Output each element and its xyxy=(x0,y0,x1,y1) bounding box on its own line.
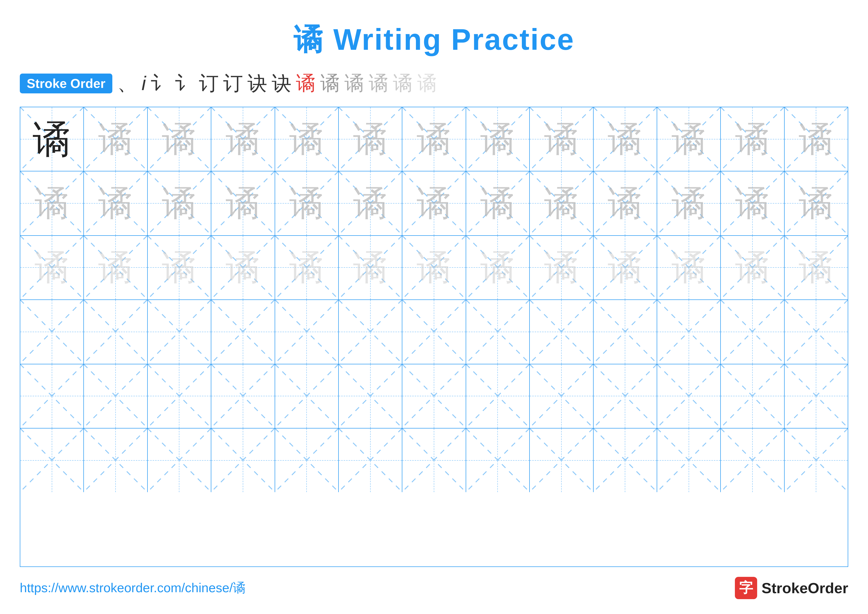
char-lighter: 谲 xyxy=(671,250,706,285)
char-dark: 谲 xyxy=(33,120,71,158)
stroke-order-badge: Stroke Order xyxy=(20,73,112,93)
char-light: 谲 xyxy=(162,122,197,157)
char-light: 谲 xyxy=(98,186,133,221)
char-light: 谲 xyxy=(735,186,770,221)
cell-6-2 xyxy=(84,429,147,492)
cell-1-7: 谲 xyxy=(402,107,466,171)
char-lighter: 谲 xyxy=(162,250,197,285)
cell-1-1: 谲 xyxy=(20,107,84,171)
stroke-3: 讠 xyxy=(150,70,170,97)
cell-5-5 xyxy=(275,364,339,428)
title-text: Writing Practice xyxy=(324,23,575,56)
grid-row-5 xyxy=(20,364,848,429)
cell-5-7 xyxy=(402,364,466,428)
stroke-14: 谲 xyxy=(417,70,437,97)
logo-char: 字 xyxy=(739,578,753,597)
cell-2-9: 谲 xyxy=(530,171,594,235)
cell-2-3: 谲 xyxy=(148,171,211,235)
stroke-4: 讠 xyxy=(175,70,194,97)
cell-3-3: 谲 xyxy=(148,236,211,300)
char-light: 谲 xyxy=(799,186,833,221)
char-lighter: 谲 xyxy=(608,250,642,285)
page: 谲 Writing Practice Stroke Order 、 i 讠 讠 … xyxy=(0,0,868,614)
grid-row-4 xyxy=(20,300,848,364)
grid-row-2: 谲 谲 谲 谲 谲 谲 谲 xyxy=(20,171,848,236)
cell-4-9 xyxy=(530,300,594,364)
char-lighter: 谲 xyxy=(417,250,451,285)
cell-5-10 xyxy=(594,364,657,428)
stroke-7: 诀 xyxy=(248,70,267,97)
char-lighter: 谲 xyxy=(98,250,133,285)
cell-3-8: 谲 xyxy=(466,236,530,300)
char-light: 谲 xyxy=(98,122,133,157)
practice-grid: 谲 谲 谲 谲 谲 谲 谲 xyxy=(20,107,848,567)
cell-1-11: 谲 xyxy=(657,107,721,171)
cell-2-2: 谲 xyxy=(84,171,147,235)
stroke-13: 谲 xyxy=(393,70,413,97)
cell-6-6 xyxy=(339,429,402,492)
cell-6-11 xyxy=(657,429,721,492)
cell-2-7: 谲 xyxy=(402,171,466,235)
cell-1-9: 谲 xyxy=(530,107,594,171)
cell-2-5: 谲 xyxy=(275,171,339,235)
stroke-order-row: Stroke Order 、 i 讠 讠 订 订 诀 诀 谲 谲 谲 谲 谲 谲 xyxy=(20,70,848,97)
cell-3-5: 谲 xyxy=(275,236,339,300)
cell-4-2 xyxy=(84,300,147,364)
char-lighter: 谲 xyxy=(735,250,770,285)
cell-1-10: 谲 xyxy=(594,107,657,171)
cell-3-2: 谲 xyxy=(84,236,147,300)
footer-logo: 字 StrokeOrder xyxy=(735,577,848,599)
cell-5-2 xyxy=(84,364,147,428)
cell-1-13: 谲 xyxy=(784,107,848,171)
cell-6-10 xyxy=(594,429,657,492)
char-light: 谲 xyxy=(671,186,706,221)
cell-4-3 xyxy=(148,300,211,364)
char-lighter: 谲 xyxy=(799,250,833,285)
char-light: 谲 xyxy=(608,186,642,221)
cell-3-7: 谲 xyxy=(402,236,466,300)
char-light: 谲 xyxy=(417,122,451,157)
logo-icon: 字 xyxy=(735,577,757,599)
char-lighter: 谲 xyxy=(544,250,579,285)
footer-url[interactable]: https://www.strokeorder.com/chinese/谲 xyxy=(20,579,246,597)
cell-4-4 xyxy=(211,300,275,364)
char-light: 谲 xyxy=(289,186,324,221)
char-light: 谲 xyxy=(35,186,69,221)
cell-2-12: 谲 xyxy=(721,171,784,235)
cell-3-9: 谲 xyxy=(530,236,594,300)
title-char: 谲 xyxy=(293,23,324,56)
char-lighter: 谲 xyxy=(353,250,388,285)
cell-3-10: 谲 xyxy=(594,236,657,300)
cell-3-4: 谲 xyxy=(211,236,275,300)
cell-3-13: 谲 xyxy=(784,236,848,300)
cell-5-11 xyxy=(657,364,721,428)
cell-4-6 xyxy=(339,300,402,364)
cell-2-1: 谲 xyxy=(20,171,84,235)
char-light: 谲 xyxy=(162,186,197,221)
cell-4-13 xyxy=(784,300,848,364)
char-light: 谲 xyxy=(417,186,451,221)
char-light: 谲 xyxy=(226,122,260,157)
cell-6-4 xyxy=(211,429,275,492)
cell-5-3 xyxy=(148,364,211,428)
char-light: 谲 xyxy=(544,122,579,157)
cell-5-6 xyxy=(339,364,402,428)
grid-row-6 xyxy=(20,429,848,492)
cell-1-12: 谲 xyxy=(721,107,784,171)
stroke-chars: 、 i 讠 讠 订 订 诀 诀 谲 谲 谲 谲 谲 谲 xyxy=(117,70,437,97)
char-light: 谲 xyxy=(671,122,706,157)
cell-5-13 xyxy=(784,364,848,428)
cell-3-6: 谲 xyxy=(339,236,402,300)
cell-4-11 xyxy=(657,300,721,364)
char-lighter: 谲 xyxy=(226,250,260,285)
cell-1-2: 谲 xyxy=(84,107,147,171)
cell-4-8 xyxy=(466,300,530,364)
stroke-9: 谲 xyxy=(296,70,316,97)
cell-2-13: 谲 xyxy=(784,171,848,235)
cell-5-9 xyxy=(530,364,594,428)
stroke-1: 、 xyxy=(117,70,137,97)
cell-2-6: 谲 xyxy=(339,171,402,235)
cell-6-8 xyxy=(466,429,530,492)
cell-1-3: 谲 xyxy=(148,107,211,171)
char-light: 谲 xyxy=(799,122,833,157)
